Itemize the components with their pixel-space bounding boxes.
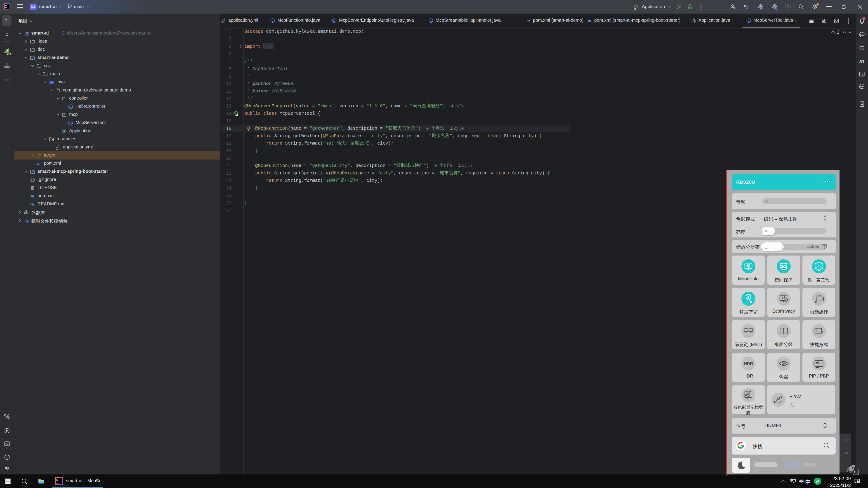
svg-text:C: C [272, 19, 274, 22]
svg-text:HDR: HDR [744, 361, 753, 366]
svg-text:C: C [748, 19, 750, 22]
svg-text:C: C [69, 121, 72, 125]
svg-text:C: C [69, 105, 72, 108]
svg-text:M: M [30, 203, 33, 206]
svg-text:m: m [527, 18, 530, 23]
svg-text:m: m [588, 18, 591, 23]
svg-text:JR: JR [7, 52, 11, 56]
svg-text:B: B [750, 300, 752, 303]
svg-text:m: m [31, 194, 34, 198]
svg-text:C: C [430, 19, 432, 22]
svg-text:m: m [37, 161, 41, 166]
svg-text:C: C [333, 19, 336, 22]
